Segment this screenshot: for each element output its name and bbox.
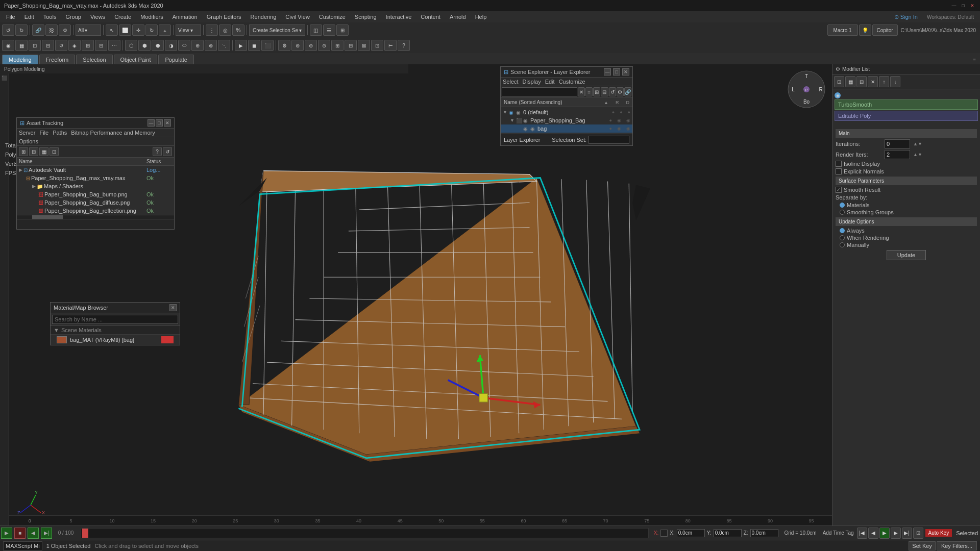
- when-rendering-radio[interactable]: [840, 235, 845, 240]
- se-layers-btn[interactable]: ≡: [585, 87, 593, 96]
- tb2-btn3[interactable]: ⊡: [29, 40, 41, 51]
- se-search-input[interactable]: [502, 87, 577, 96]
- mb-collapse-icon[interactable]: ▼: [54, 327, 59, 333]
- at-help-btn[interactable]: ?: [153, 147, 162, 156]
- tb2-mod4[interactable]: ⊝: [318, 40, 330, 51]
- tb2-mod5[interactable]: ⊞: [331, 40, 344, 51]
- materials-radio[interactable]: [840, 203, 845, 208]
- tb2-btn4[interactable]: ⊟: [42, 40, 54, 51]
- mod-tb-btn5[interactable]: ↑: [879, 76, 889, 87]
- se-minimize[interactable]: —: [604, 68, 611, 76]
- angle-snap[interactable]: ◎: [219, 24, 231, 36]
- tb2-mod10[interactable]: ?: [398, 40, 410, 51]
- nav-gizmo[interactable]: T R L Bo P: [786, 69, 827, 110]
- menu-rendering[interactable]: Rendering: [247, 13, 281, 21]
- filter-dropdown[interactable]: All ▾: [76, 24, 101, 36]
- at-btn1[interactable]: ⊞: [19, 147, 28, 156]
- mod-tb-btn1[interactable]: ⊡: [834, 76, 844, 87]
- at-item-vault[interactable]: ▶ ⊡ Autodesk Vault Log...: [17, 166, 174, 174]
- tb2-geo3[interactable]: ⬣: [152, 40, 164, 51]
- se-item-bag[interactable]: ◉ ◉ bag ● ◉ ◉: [501, 124, 632, 133]
- se-collapse-btn[interactable]: ⊟: [601, 87, 608, 96]
- mirror-button[interactable]: ◫: [310, 24, 322, 36]
- menu-graph-editors[interactable]: Graph Editors: [203, 13, 246, 21]
- manually-radio[interactable]: [840, 242, 845, 247]
- modifier-editable-poly[interactable]: Editable Poly: [835, 111, 978, 121]
- extra-tab[interactable]: ≡: [971, 56, 978, 64]
- selection-set-input[interactable]: [589, 136, 629, 144]
- mod-tb-btn6[interactable]: ↓: [890, 76, 900, 87]
- at-close[interactable]: ✕: [164, 119, 171, 127]
- menu-customize[interactable]: Customize: [315, 13, 350, 21]
- stop-button[interactable]: ■: [14, 528, 26, 539]
- tb2-geo1[interactable]: ⬡: [125, 40, 137, 51]
- menu-arnold[interactable]: Arnold: [446, 13, 470, 21]
- at-item-diffuse[interactable]: 🖼 Paper_Shopping_Bag_diffuse.png Ok: [17, 198, 174, 207]
- view-dropdown[interactable]: View ▾: [176, 24, 201, 36]
- play-anim[interactable]: ▶: [879, 528, 890, 539]
- tb2-geo2[interactable]: ⬢: [138, 40, 151, 51]
- se-menu-edit[interactable]: Edit: [545, 79, 555, 85]
- tb2-render3[interactable]: ⬛: [261, 40, 274, 51]
- smoothing-groups-radio[interactable]: [840, 210, 845, 215]
- at-item-reflection[interactable]: 🖼 Paper_Shopping_Bag_reflection.png Ok: [17, 207, 174, 215]
- smooth-result-checkbox[interactable]: [836, 187, 842, 193]
- tb2-btn2[interactable]: ▦: [15, 40, 28, 51]
- at-item-max-file[interactable]: ⊟ Paper_Shopping_Bag_max_vray.max Ok: [17, 174, 174, 182]
- mod-tb-btn4[interactable]: ✕: [868, 76, 878, 87]
- render-iters-arrows[interactable]: ▲▼: [913, 152, 922, 157]
- rotate-button[interactable]: ↻: [145, 24, 158, 36]
- copilot-button[interactable]: Copitor: [872, 24, 898, 36]
- tb2-geo7[interactable]: ⊗: [205, 40, 217, 51]
- side-icon-2[interactable]: ⬛: [1, 74, 8, 82]
- tab-freeform[interactable]: Freeform: [39, 55, 76, 64]
- menu-interactive[interactable]: Interactive: [382, 13, 416, 21]
- scale-button[interactable]: ⟁: [159, 24, 171, 36]
- key-mode[interactable]: ⊡: [913, 528, 923, 539]
- menu-group[interactable]: Group: [61, 13, 85, 21]
- update-button[interactable]: Update: [887, 250, 926, 260]
- key-filters-button[interactable]: Key Filters...: [937, 541, 977, 550]
- se-maximize[interactable]: □: [613, 68, 620, 76]
- se-expand-btn[interactable]: ⊞: [593, 87, 600, 96]
- select-button[interactable]: ↖: [106, 24, 118, 36]
- mb-close[interactable]: ✕: [169, 304, 177, 311]
- goto-start[interactable]: |◀: [857, 528, 867, 539]
- tb2-geo4[interactable]: ◑: [165, 40, 177, 51]
- menu-help[interactable]: Help: [471, 13, 491, 21]
- tb2-mod7[interactable]: ⊠: [358, 40, 370, 51]
- move-button[interactable]: ✛: [132, 24, 144, 36]
- region-select-button[interactable]: ⬜: [119, 24, 131, 36]
- redo-button[interactable]: ↻: [15, 24, 28, 36]
- iterations-arrows[interactable]: ▲▼: [913, 141, 922, 146]
- menu-civil-view[interactable]: Civil View: [281, 13, 313, 21]
- sign-in-button[interactable]: ⊙ Sign In: [890, 13, 922, 21]
- tb2-mod1[interactable]: ⚙: [278, 40, 290, 51]
- at-menu-file[interactable]: File: [39, 130, 48, 136]
- play-button[interactable]: ▶: [1, 528, 12, 539]
- tab-selection[interactable]: Selection: [76, 55, 112, 64]
- se-expand-bag-icon[interactable]: ▼: [510, 118, 515, 123]
- iterations-input[interactable]: [885, 139, 910, 148]
- tb2-btn6[interactable]: ◈: [68, 40, 81, 51]
- prev-key[interactable]: ◀: [868, 528, 878, 539]
- mod-tb-btn3[interactable]: ⊟: [856, 76, 867, 87]
- always-radio[interactable]: [840, 228, 845, 233]
- render-iters-input[interactable]: [885, 150, 910, 159]
- modifier-turbosmooth[interactable]: TurboSmooth: [835, 99, 978, 110]
- tb2-btn9[interactable]: ⋯: [108, 40, 120, 51]
- at-minimize[interactable]: —: [148, 119, 155, 127]
- tb2-btn5[interactable]: ↺: [55, 40, 67, 51]
- menu-modifiers[interactable]: Modifiers: [136, 13, 167, 21]
- mb-search-input[interactable]: [52, 315, 178, 324]
- tb2-render1[interactable]: ▶: [235, 40, 247, 51]
- tb2-mod2[interactable]: ⊛: [291, 40, 304, 51]
- set-key-button[interactable]: Set Key: [909, 541, 936, 550]
- tb2-render2[interactable]: ◼: [248, 40, 260, 51]
- mod-tb-btn2[interactable]: ▦: [845, 76, 855, 87]
- next-key[interactable]: ▶: [891, 528, 901, 539]
- at-menu-paths[interactable]: Paths: [53, 130, 67, 136]
- tb2-mod9[interactable]: ⊢: [384, 40, 397, 51]
- link-button[interactable]: 🔗: [32, 24, 44, 36]
- se-link-btn[interactable]: 🔗: [624, 87, 631, 96]
